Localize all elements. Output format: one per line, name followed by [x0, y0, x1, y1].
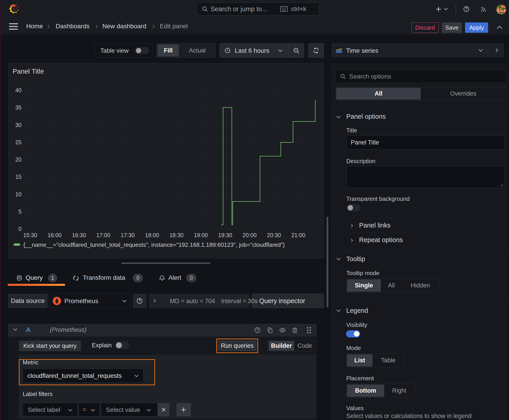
svg-text:20:00: 20:00	[243, 232, 257, 238]
svg-text:10: 10	[15, 191, 22, 197]
svg-text:0: 0	[18, 226, 22, 232]
svg-text:21:00: 21:00	[291, 232, 305, 238]
svg-text:19:30: 19:30	[218, 232, 232, 238]
svg-text:15:30: 15:30	[23, 232, 37, 238]
svg-text:16:00: 16:00	[48, 232, 62, 238]
svg-text:20:30: 20:30	[267, 232, 281, 238]
svg-text:40: 40	[15, 87, 22, 93]
svg-text:15: 15	[15, 174, 22, 180]
svg-text:17:00: 17:00	[96, 232, 110, 238]
svg-text:{__name__="cloudflared_tunnel_: {__name__="cloudflared_tunnel_total_requ…	[23, 241, 285, 248]
svg-text:18:30: 18:30	[169, 232, 183, 238]
svg-text:20: 20	[15, 156, 22, 163]
svg-text:19:00: 19:00	[194, 232, 208, 238]
svg-text:16:30: 16:30	[72, 232, 86, 238]
svg-text:30: 30	[15, 122, 22, 128]
svg-text:18:00: 18:00	[145, 232, 159, 238]
svg-text:35: 35	[15, 104, 22, 111]
svg-text:25: 25	[15, 139, 22, 145]
svg-text:17:30: 17:30	[121, 232, 135, 238]
svg-text:5: 5	[18, 209, 22, 215]
